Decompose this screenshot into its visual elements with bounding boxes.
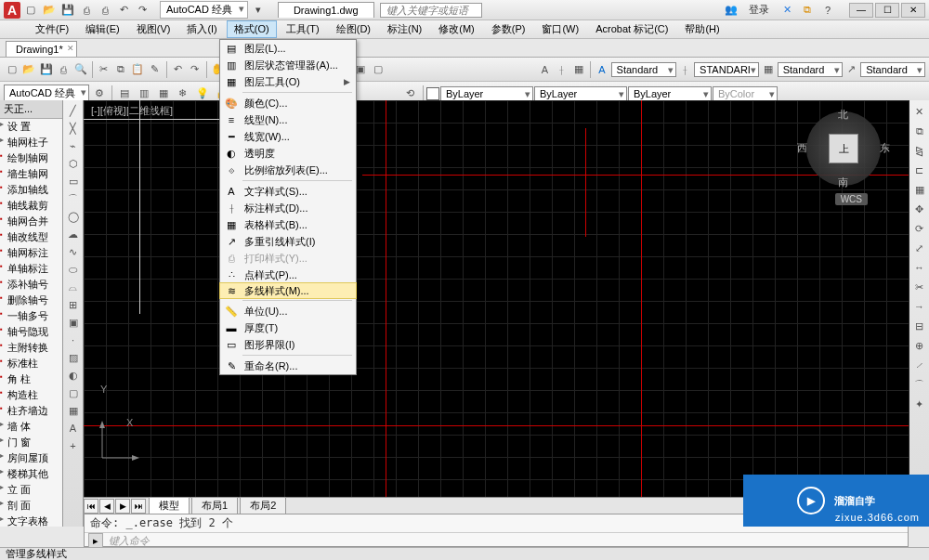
tree-item[interactable]: 主附转换 bbox=[0, 340, 62, 356]
copy-icon[interactable]: ⧉ bbox=[112, 60, 129, 79]
qat-open-icon[interactable]: 📂 bbox=[41, 2, 58, 19]
tablestyle-icon[interactable]: ▦ bbox=[571, 60, 588, 79]
menu-1[interactable]: 编辑(E) bbox=[78, 20, 127, 38]
infocenter-icon[interactable]: 👥 bbox=[723, 2, 739, 19]
new-icon[interactable]: ▢ bbox=[4, 60, 20, 79]
menu-item-layer-state[interactable]: ▥图层状态管理器(A)... bbox=[220, 57, 356, 73]
viewcube-w[interactable]: 西 bbox=[797, 141, 807, 155]
layout-tab[interactable]: 模型 bbox=[149, 497, 190, 514]
tree-item[interactable]: 角 柱 bbox=[0, 371, 62, 387]
copy2-icon[interactable]: ⧉ bbox=[910, 122, 929, 140]
wcs-badge[interactable]: WCS bbox=[835, 193, 868, 205]
revcloud-icon[interactable]: ☁ bbox=[65, 226, 82, 242]
gradient-icon[interactable]: ◐ bbox=[65, 367, 82, 384]
ellipse-arc-icon[interactable]: ⌓ bbox=[65, 279, 82, 295]
layout-first-icon[interactable]: ⏮ bbox=[84, 499, 98, 514]
tree-item[interactable]: 墙生轴网 bbox=[0, 166, 62, 182]
qat-redo-icon[interactable]: ↷ bbox=[134, 2, 150, 19]
rectangle-icon[interactable]: ▭ bbox=[65, 173, 82, 189]
xline-icon[interactable]: ╳ bbox=[65, 120, 82, 137]
help-search-input[interactable] bbox=[380, 3, 482, 18]
ellipse-icon[interactable]: ⬭ bbox=[65, 261, 82, 278]
tree-item[interactable]: 单轴标注 bbox=[0, 261, 62, 277]
tablestyle-combo[interactable]: Standard bbox=[778, 62, 843, 77]
mleaderstyle-combo[interactable]: Standard bbox=[860, 62, 925, 77]
tree-item[interactable]: 轴网标注 bbox=[0, 245, 62, 261]
explode-icon[interactable]: ✦ bbox=[910, 395, 929, 413]
menu-item-units[interactable]: 📏单位(U)... bbox=[220, 303, 356, 319]
command-toggle-icon[interactable]: ▸ bbox=[88, 533, 103, 548]
menu-item-layers[interactable]: ▤图层(L)... bbox=[220, 40, 356, 57]
document-tab[interactable]: Drawing1* ✕ bbox=[6, 41, 77, 57]
extend-icon[interactable]: → bbox=[910, 297, 929, 316]
menu-item-layer-tools[interactable]: ▦图层工具(O)▶ bbox=[220, 73, 356, 90]
open-icon[interactable]: 📂 bbox=[21, 60, 38, 79]
qat-undo-icon[interactable]: ↶ bbox=[115, 2, 132, 19]
mtext-icon[interactable]: A bbox=[65, 420, 82, 436]
quickcalc-icon[interactable]: ▢ bbox=[370, 60, 386, 79]
linetype-combo[interactable]: ByLayer bbox=[534, 86, 627, 101]
menu-item-scale-list[interactable]: ⟐比例缩放列表(E)... bbox=[220, 162, 356, 178]
stayconnected-icon[interactable]: ⧉ bbox=[799, 2, 816, 19]
arc-icon[interactable]: ⌒ bbox=[65, 190, 82, 207]
lineweight-combo[interactable]: ByLayer bbox=[628, 86, 712, 101]
circle-icon[interactable]: ◯ bbox=[65, 208, 82, 225]
tree-item[interactable]: 门 窗 bbox=[0, 435, 62, 450]
trim-icon[interactable]: ✂ bbox=[910, 278, 929, 296]
region-icon[interactable]: ▢ bbox=[65, 384, 82, 401]
menu-item-thickness[interactable]: ▬厚度(T) bbox=[220, 319, 356, 336]
table-icon[interactable]: ▦ bbox=[65, 402, 82, 419]
qat-dropdown-icon[interactable]: ▾ bbox=[250, 2, 267, 19]
array-icon[interactable]: ▦ bbox=[910, 180, 929, 199]
viewcube-e[interactable]: 东 bbox=[880, 141, 890, 155]
chamfer-icon[interactable]: ⟋ bbox=[910, 356, 929, 374]
viewcube-top[interactable]: 上 bbox=[829, 134, 858, 163]
scale-icon[interactable]: ⤢ bbox=[910, 239, 929, 257]
signin-button[interactable]: 登录 bbox=[743, 2, 775, 18]
layout-prev-icon[interactable]: ◀ bbox=[99, 499, 114, 514]
view-cube[interactable]: 上 北 南 东 西 bbox=[806, 111, 881, 186]
menu-6[interactable]: 绘图(D) bbox=[329, 20, 378, 38]
qat-plot-icon[interactable]: ⎙ bbox=[97, 2, 113, 19]
stretch-icon[interactable]: ↔ bbox=[910, 258, 929, 277]
color-combo[interactable]: ByLayer bbox=[440, 86, 533, 101]
qat-save-icon[interactable]: 💾 bbox=[59, 2, 76, 19]
menu-item-limits[interactable]: ▭图形界限(I) bbox=[220, 336, 356, 353]
qat-saveas-icon[interactable]: ⎙ bbox=[78, 2, 95, 19]
tree-item[interactable]: 楼梯其他 bbox=[0, 466, 62, 482]
close-tab-icon[interactable]: ✕ bbox=[67, 44, 74, 53]
preview-icon[interactable]: 🔍 bbox=[72, 60, 89, 79]
mleaderstyle-icon[interactable]: ↗ bbox=[844, 60, 860, 79]
textstyle-combo[interactable]: Standard bbox=[611, 62, 676, 77]
tree-item[interactable]: 标准柱 bbox=[0, 356, 62, 371]
tree-item[interactable]: 文字表格 bbox=[0, 514, 62, 527]
qat-new-icon[interactable]: ▢ bbox=[22, 2, 39, 19]
tree-item[interactable]: 柱齐墙边 bbox=[0, 403, 62, 419]
dimstyle-icon[interactable]: ⟊ bbox=[554, 60, 570, 79]
menu-item-rename[interactable]: ✎重命名(R)... bbox=[220, 358, 356, 374]
cut-icon[interactable]: ✂ bbox=[96, 60, 112, 79]
menu-10[interactable]: 窗口(W) bbox=[534, 20, 586, 38]
menu-item-color[interactable]: 🎨颜色(C)... bbox=[220, 95, 356, 111]
block-icon[interactable]: ▣ bbox=[65, 314, 82, 331]
menu-item-lineweight[interactable]: ━线宽(W)... bbox=[220, 128, 356, 145]
app-icon[interactable]: A bbox=[4, 2, 20, 19]
menu-2[interactable]: 视图(V) bbox=[129, 20, 178, 38]
workspace-combo[interactable]: AutoCAD 经典 bbox=[160, 1, 248, 19]
menu-8[interactable]: 修改(M) bbox=[431, 20, 482, 38]
hatch-icon[interactable]: ▨ bbox=[65, 349, 82, 366]
tree-item[interactable]: 剖 面 bbox=[0, 498, 62, 514]
menu-item-dim-style[interactable]: ⟊标注样式(D)... bbox=[220, 200, 356, 216]
tree-item[interactable]: 删除轴号 bbox=[0, 293, 62, 308]
line-icon[interactable]: ╱ bbox=[65, 102, 82, 119]
mirror-icon[interactable]: ⧎ bbox=[910, 141, 929, 160]
save-icon[interactable]: 💾 bbox=[38, 60, 55, 79]
viewcube-s[interactable]: 南 bbox=[838, 176, 848, 189]
layout-tab[interactable]: 布局2 bbox=[240, 497, 286, 514]
color-swatch-icon[interactable] bbox=[426, 87, 439, 100]
plotstyle-combo[interactable]: ByColor bbox=[713, 86, 778, 101]
menu-0[interactable]: 文件(F) bbox=[28, 20, 76, 38]
insert-icon[interactable]: ⊞ bbox=[65, 296, 82, 313]
polygon-icon[interactable]: ⬡ bbox=[65, 155, 82, 172]
textstyle2-icon[interactable]: A bbox=[594, 60, 610, 79]
